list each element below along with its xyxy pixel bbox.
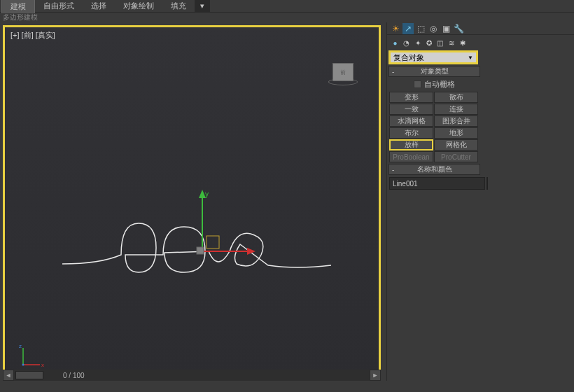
svg-rect-6 [197, 247, 204, 254]
autogrid-label: 自动栅格 [424, 79, 455, 90]
command-panel: ☀ ↗ ⬚ ◎ ▣ 🔧 ● ◔ ✦ ✪ ◫ ≋ ✱ 复合对象 ▼ - 对 [386, 22, 574, 381]
tab-populate[interactable]: 填充 [162, 0, 195, 13]
sun-icon[interactable]: ☀ [390, 23, 401, 34]
viewport-label[interactable]: [+] [前] [真实] [10, 30, 55, 41]
lights-icon[interactable]: ✦ [412, 38, 423, 48]
scroll-right[interactable]: ► [370, 370, 381, 381]
chevron-down-icon: ▼ [468, 55, 473, 61]
create-tab-icon[interactable]: ↗ [402, 23, 414, 34]
btn-mesher[interactable]: 网格化 [434, 139, 478, 150]
ribbon-label: 多边形建模 [0, 13, 574, 22]
category-dropdown[interactable]: 复合对象 ▼ [388, 50, 478, 64]
viewcube[interactable]: 前 [328, 59, 358, 85]
shapes-icon[interactable]: ◔ [401, 38, 412, 48]
btn-conform[interactable]: 一致 [389, 104, 433, 115]
btn-loft[interactable]: 放样 [389, 139, 433, 150]
tab-selection[interactable]: 选择 [83, 0, 115, 13]
helpers-icon[interactable]: ◫ [435, 38, 445, 48]
tab-modeling[interactable]: 建模 [1, 0, 35, 13]
viewport-front[interactable]: [+] [前] [真实] 前 y z x [3, 25, 381, 378]
svg-rect-5 [206, 236, 219, 248]
tab-object-paint[interactable]: 对象绘制 [115, 0, 162, 13]
tab-freeform[interactable]: 自由形式 [35, 0, 83, 13]
object-name-input[interactable] [389, 177, 485, 190]
btn-proboolean[interactable]: ProBoolean [389, 151, 433, 162]
btn-shapemerge[interactable]: 图形合并 [434, 115, 478, 127]
minus-icon: - [392, 166, 394, 174]
hierarchy-icon[interactable]: ⬚ [415, 23, 426, 34]
btn-morph[interactable]: 变形 [389, 92, 433, 103]
spacewarps-icon[interactable]: ≋ [446, 38, 456, 48]
btn-connect[interactable]: 连接 [434, 104, 478, 115]
motion-icon[interactable]: ◎ [428, 23, 439, 34]
geometry-icon[interactable]: ● [390, 38, 400, 48]
systems-icon[interactable]: ✱ [457, 38, 468, 48]
svg-point-9 [22, 364, 24, 366]
svg-marker-4 [247, 248, 255, 255]
timeline-scrollbar[interactable]: ◄ 0 / 100 ► [3, 370, 381, 381]
display-icon[interactable]: ▣ [440, 23, 451, 34]
minus-icon: - [392, 68, 394, 76]
frame-counter: 0 / 100 [43, 372, 85, 379]
tab-dropdown[interactable]: ▾ [195, 0, 210, 12]
utilities-icon[interactable]: 🔧 [453, 23, 464, 34]
btn-procutter[interactable]: ProCutter [434, 151, 478, 162]
cameras-icon[interactable]: ✪ [424, 38, 434, 48]
btn-terrain[interactable]: 地形 [434, 127, 478, 139]
btn-blobmesh[interactable]: 水滴网格 [389, 115, 433, 127]
dropdown-value: 复合对象 [393, 52, 424, 63]
svg-text:x: x [41, 362, 44, 368]
autogrid-checkbox[interactable] [414, 80, 421, 88]
move-gizmo[interactable]: y [194, 188, 257, 258]
btn-scatter[interactable]: 散布 [434, 92, 478, 103]
btn-boolean[interactable]: 布尔 [389, 127, 433, 139]
rollout-name-color[interactable]: - 名称和颜色 [388, 164, 480, 175]
svg-text:y: y [205, 190, 209, 198]
svg-text:z: z [19, 343, 22, 349]
rollout-object-type[interactable]: - 对象类型 [388, 66, 480, 77]
object-color-swatch[interactable] [486, 177, 488, 190]
axis-tripod: z x [18, 342, 46, 370]
viewcube-face[interactable]: 前 [332, 63, 354, 81]
scroll-left[interactable]: ◄ [3, 370, 14, 381]
